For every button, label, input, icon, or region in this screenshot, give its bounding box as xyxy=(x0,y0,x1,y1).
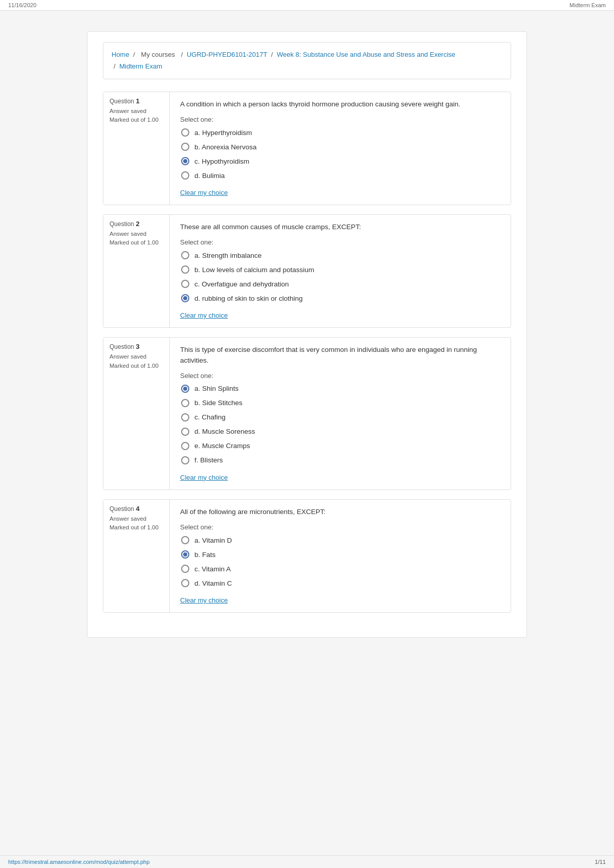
option-label-3-2: c. Chafing xyxy=(194,413,226,421)
options-list-4: a. Vitamin Db. Fatsc. Vitamin Ad. Vitami… xyxy=(180,535,500,588)
radio-wrap-4-1 xyxy=(180,549,190,560)
radio-outer-2-1 xyxy=(181,265,189,274)
radio-outer-2-3 xyxy=(181,294,189,302)
breadcrumb: Home / My courses / UGRD-PHYED6101-2017T… xyxy=(103,42,511,79)
option-label-4-0: a. Vitamin D xyxy=(194,537,232,544)
option-item-4-3[interactable]: d. Vitamin C xyxy=(180,578,500,588)
option-label-2-3: d. rubbing of skin to skin or clothing xyxy=(194,295,303,302)
question-sidebar-4: Question 4 Answer savedMarked out of 1.0… xyxy=(103,500,170,612)
question-label-3: Question 3 xyxy=(109,343,163,350)
question-label-2: Question 2 xyxy=(109,220,163,228)
breadcrumb-home[interactable]: Home xyxy=(112,51,129,58)
option-item-2-3[interactable]: d. rubbing of skin to skin or clothing xyxy=(180,293,500,303)
clear-choice-button-4[interactable]: Clear my choice xyxy=(180,596,228,604)
select-one-label-1: Select one: xyxy=(180,116,500,123)
radio-wrap-2-0 xyxy=(180,250,190,260)
question-sidebar-1: Question 1 Answer savedMarked out of 1.0… xyxy=(103,92,170,205)
radio-outer-3-3 xyxy=(181,428,189,436)
option-item-2-1[interactable]: b. Low levels of calcium and potassium xyxy=(180,264,500,275)
questions-container: Question 1 Answer savedMarked out of 1.0… xyxy=(103,92,511,613)
option-label-1-3: d. Bulimia xyxy=(194,172,225,180)
option-item-2-2[interactable]: c. Overfatigue and dehydration xyxy=(180,279,500,289)
option-label-4-2: c. Vitamin A xyxy=(194,565,231,573)
breadcrumb-course[interactable]: UGRD-PHYED6101-2017T xyxy=(187,51,267,58)
radio-outer-4-2 xyxy=(181,565,189,573)
radio-outer-3-5 xyxy=(181,456,189,464)
radio-outer-1-1 xyxy=(181,143,189,151)
question-text-2: These are all common causes of muscle cr… xyxy=(180,222,500,232)
option-label-1-2: c. Hypothyroidism xyxy=(194,158,249,165)
option-item-2-0[interactable]: a. Strength imbalance xyxy=(180,250,500,260)
option-label-4-3: d. Vitamin C xyxy=(194,580,232,587)
question-status-2: Answer savedMarked out of 1.00 xyxy=(109,230,163,248)
radio-wrap-3-2 xyxy=(180,412,190,422)
radio-inner-2-3 xyxy=(183,296,187,300)
radio-wrap-2-1 xyxy=(180,264,190,275)
radio-wrap-1-1 xyxy=(180,142,190,152)
option-item-3-1[interactable]: b. Side Stitches xyxy=(180,398,500,408)
radio-wrap-1-0 xyxy=(180,127,190,138)
option-item-4-2[interactable]: c. Vitamin A xyxy=(180,564,500,574)
option-item-3-2[interactable]: c. Chafing xyxy=(180,412,500,422)
option-item-3-0[interactable]: a. Shin Splints xyxy=(180,384,500,394)
option-label-3-3: d. Muscle Soreness xyxy=(194,428,255,435)
option-item-3-4[interactable]: e. Muscle Cramps xyxy=(180,441,500,451)
top-bar: 11/16/2020 Midterm Exam xyxy=(0,0,614,11)
radio-outer-4-1 xyxy=(181,550,189,559)
radio-inner-4-1 xyxy=(183,552,187,557)
radio-outer-2-2 xyxy=(181,280,189,288)
options-list-3: a. Shin Splintsb. Side Stitchesc. Chafin… xyxy=(180,384,500,465)
radio-outer-4-0 xyxy=(181,536,189,544)
clear-choice-button-2[interactable]: Clear my choice xyxy=(180,311,228,319)
option-label-3-5: f. Blisters xyxy=(194,456,223,464)
option-label-3-1: b. Side Stitches xyxy=(194,399,243,407)
option-item-1-2[interactable]: c. Hypothyroidism xyxy=(180,156,500,166)
option-label-2-1: b. Low levels of calcium and potassium xyxy=(194,266,314,274)
breadcrumb-mycourses: My courses xyxy=(141,51,175,58)
radio-wrap-3-1 xyxy=(180,398,190,408)
option-item-4-0[interactable]: a. Vitamin D xyxy=(180,535,500,545)
question-text-4: All of the following are micronutrients,… xyxy=(180,507,500,517)
radio-wrap-3-0 xyxy=(180,384,190,394)
option-item-1-0[interactable]: a. Hyperthyroidism xyxy=(180,127,500,138)
radio-outer-1-0 xyxy=(181,128,189,137)
question-block-3: Question 3 Answer savedMarked out of 1.0… xyxy=(103,337,511,490)
option-item-1-1[interactable]: b. Anorexia Nervosa xyxy=(180,142,500,152)
main-wrapper: Home / My courses / UGRD-PHYED6101-2017T… xyxy=(87,31,527,638)
option-label-4-1: b. Fats xyxy=(194,551,215,559)
option-item-1-3[interactable]: d. Bulimia xyxy=(180,170,500,181)
option-item-3-3[interactable]: d. Muscle Soreness xyxy=(180,427,500,437)
radio-wrap-3-5 xyxy=(180,455,190,465)
option-item-4-1[interactable]: b. Fats xyxy=(180,549,500,560)
option-label-3-4: e. Muscle Cramps xyxy=(194,442,250,450)
breadcrumb-exam[interactable]: Midterm Exam xyxy=(119,62,162,70)
question-content-4: All of the following are micronutrients,… xyxy=(170,500,511,612)
radio-inner-1-2 xyxy=(183,159,187,163)
clear-choice-button-3[interactable]: Clear my choice xyxy=(180,474,228,481)
radio-wrap-3-3 xyxy=(180,427,190,437)
question-content-3: This is type of exercise discomfort that… xyxy=(170,338,511,489)
question-content-1: A condition in which a person lacks thyr… xyxy=(170,92,511,205)
clear-choice-button-1[interactable]: Clear my choice xyxy=(180,189,228,196)
radio-outer-1-2 xyxy=(181,157,189,165)
question-status-1: Answer savedMarked out of 1.00 xyxy=(109,107,163,125)
question-sidebar-2: Question 2 Answer savedMarked out of 1.0… xyxy=(103,215,170,327)
question-block-1: Question 1 Answer savedMarked out of 1.0… xyxy=(103,92,511,205)
question-status-4: Answer savedMarked out of 1.00 xyxy=(109,515,163,532)
question-block-2: Question 2 Answer savedMarked out of 1.0… xyxy=(103,214,511,328)
breadcrumb-week[interactable]: Week 8: Substance Use and Abuse and Stre… xyxy=(277,51,455,58)
radio-wrap-4-2 xyxy=(180,564,190,574)
option-label-2-2: c. Overfatigue and dehydration xyxy=(194,280,289,288)
option-label-1-1: b. Anorexia Nervosa xyxy=(194,143,257,151)
question-text-3: This is type of exercise discomfort that… xyxy=(180,345,500,366)
options-list-2: a. Strength imbalanceb. Low levels of ca… xyxy=(180,250,500,303)
question-text-1: A condition in which a person lacks thyr… xyxy=(180,99,500,109)
radio-outer-1-3 xyxy=(181,171,189,180)
radio-outer-4-3 xyxy=(181,579,189,587)
select-one-label-3: Select one: xyxy=(180,372,500,380)
select-one-label-2: Select one: xyxy=(180,238,500,246)
option-item-3-5[interactable]: f. Blisters xyxy=(180,455,500,465)
page-title-label: Midterm Exam xyxy=(569,2,606,8)
radio-wrap-3-4 xyxy=(180,441,190,451)
radio-outer-3-2 xyxy=(181,413,189,421)
